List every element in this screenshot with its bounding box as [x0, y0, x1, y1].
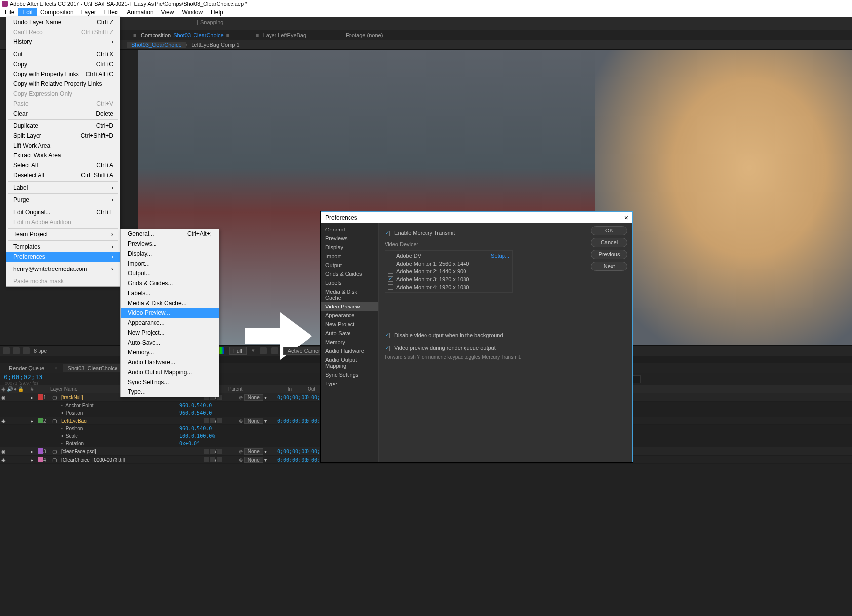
label-swatch[interactable] — [38, 418, 43, 424]
pref-submenu-item[interactable]: Memory... — [121, 347, 219, 357]
pref-submenu-item[interactable]: Import... — [121, 259, 219, 269]
prefs-nav-item[interactable]: Auto-Save — [321, 329, 378, 338]
edit-menu-item[interactable]: Copy with Property LinksCtrl+Alt+C — [6, 69, 120, 79]
device-row[interactable]: Adobe Monitor 1: 2560 x 1440 — [386, 260, 511, 268]
next-button[interactable]: Next — [591, 262, 627, 271]
edit-menu-item[interactable]: Select AllCtrl+A — [6, 160, 120, 170]
prefs-close-button[interactable]: × — [624, 214, 628, 222]
pref-submenu-item[interactable]: Audio Hardware... — [121, 357, 219, 367]
pref-submenu-item[interactable]: New Project... — [121, 328, 219, 338]
edit-menu-item[interactable]: Templates — [6, 242, 120, 252]
mask-icon[interactable] — [271, 347, 278, 354]
prefs-nav-item[interactable]: Labels — [321, 278, 378, 287]
label-swatch[interactable] — [38, 394, 43, 400]
device-row[interactable]: Adobe Monitor 4: 1920 x 1080 — [386, 283, 511, 291]
edit-menu-item[interactable]: Deselect AllCtrl+Shift+A — [6, 170, 120, 180]
timecode[interactable]: 0;00;02;13 — [4, 373, 42, 381]
previous-button[interactable]: Previous — [591, 250, 627, 259]
pref-submenu-item[interactable]: Output... — [121, 269, 219, 278]
tab-render-queue[interactable]: Render Queue — [4, 364, 49, 372]
prefs-nav-item[interactable]: Media & Disk Cache — [321, 287, 378, 302]
parent-select[interactable]: None — [244, 418, 263, 424]
edit-menu-item[interactable]: CutCtrl+X — [6, 49, 120, 59]
pref-submenu-item[interactable]: Previews... — [121, 239, 219, 249]
edit-menu-item[interactable]: Label — [6, 183, 120, 192]
comp-tab-menu-icon[interactable] — [226, 32, 231, 38]
layer-tab[interactable]: Layer LeftEyeBag — [251, 32, 311, 38]
layer-tab-menu-icon[interactable] — [256, 32, 261, 38]
parent-select[interactable]: None — [244, 448, 263, 455]
hdr-out[interactable]: Out — [295, 386, 318, 392]
visibility-toggle[interactable]: ◉ — [1, 395, 6, 400]
edit-menu-item[interactable]: ClearDelete — [6, 109, 120, 118]
pref-submenu-item[interactable]: Display... — [121, 249, 219, 259]
enable-mercury-checkbox[interactable] — [385, 231, 390, 236]
footage-tab[interactable]: Footage (none) — [341, 32, 387, 38]
crumb-2[interactable]: LeftEyeBag Comp 1 — [187, 42, 243, 48]
pref-submenu-item[interactable]: Auto-Save... — [121, 338, 219, 347]
device-checkbox[interactable] — [388, 261, 393, 266]
comp-tab[interactable]: Composition Shot03_ClearChoice — [128, 32, 236, 38]
menu-composition[interactable]: Composition — [37, 8, 77, 16]
comp-icon[interactable] — [23, 347, 30, 354]
prefs-nav-item[interactable]: Previews — [321, 234, 378, 243]
edit-menu-item[interactable]: Extract Work Area — [6, 151, 120, 160]
edit-menu-item[interactable]: Purge — [6, 195, 120, 205]
device-checkbox[interactable] — [388, 284, 393, 290]
prefs-nav-item[interactable]: Output — [321, 261, 378, 270]
edit-menu-item[interactable]: CopyCtrl+C — [6, 59, 120, 69]
menu-layer[interactable]: Layer — [77, 8, 100, 16]
pref-submenu-item[interactable]: Appearance... — [121, 318, 219, 328]
prefs-nav-item[interactable]: Sync Settings — [321, 370, 378, 379]
device-checkbox[interactable] — [388, 253, 393, 258]
crumb-1[interactable]: Shot03_ClearChoice — [127, 42, 186, 48]
label-swatch[interactable] — [38, 457, 43, 462]
hdr-parent[interactable]: Parent — [225, 386, 267, 392]
edit-menu-item[interactable]: Team Project — [6, 230, 120, 239]
panel-menu-icon[interactable] — [133, 32, 138, 38]
menu-effect[interactable]: Effect — [100, 8, 123, 16]
menu-help[interactable]: Help — [207, 8, 227, 16]
edit-menu-item[interactable]: History — [6, 37, 120, 47]
edit-menu-item[interactable]: Edit Original...Ctrl+E — [6, 207, 120, 217]
comp-tab-name[interactable]: Shot03_ClearChoice — [173, 32, 224, 38]
pref-submenu-item[interactable]: Grids & Guides... — [121, 278, 219, 288]
device-row[interactable]: Adobe Monitor 2: 1440 x 900 — [386, 268, 511, 275]
project-icon[interactable] — [3, 347, 10, 354]
pref-submenu-item[interactable]: General...Ctrl+Alt+; — [121, 229, 219, 239]
device-checkbox[interactable] — [388, 276, 393, 282]
visibility-toggle[interactable]: ◉ — [1, 418, 6, 424]
prefs-nav-item[interactable]: Audio Hardware — [321, 346, 378, 355]
pref-submenu-item[interactable]: Type... — [121, 387, 219, 397]
hdr-in[interactable]: In — [267, 386, 295, 392]
prefs-nav-item[interactable]: Appearance — [321, 311, 378, 320]
edit-menu-item[interactable]: Split LayerCtrl+Shift+D — [6, 131, 120, 141]
edit-menu-item[interactable]: Undo Layer NameCtrl+Z — [6, 17, 120, 27]
disable-bg-checkbox[interactable] — [385, 333, 390, 338]
prefs-nav-item[interactable]: New Project — [321, 320, 378, 329]
menu-view[interactable]: View — [157, 8, 178, 16]
snapping-checkbox[interactable] — [193, 20, 198, 25]
visibility-toggle[interactable]: ◉ — [1, 449, 6, 454]
pref-submenu-item[interactable]: Labels... — [121, 288, 219, 298]
device-row[interactable]: Adobe DVSetup... — [386, 252, 511, 260]
prefs-nav-item[interactable]: Memory — [321, 338, 378, 346]
prefs-nav-item[interactable]: Audio Output Mapping — [321, 355, 378, 370]
folder-icon[interactable] — [13, 347, 20, 354]
tab-comp[interactable]: Shot03_ClearChoice — [63, 364, 123, 372]
menu-file[interactable]: File — [1, 8, 18, 16]
prefs-nav-item[interactable]: Grids & Guides — [321, 270, 378, 278]
ok-button[interactable]: OK — [591, 226, 627, 235]
prefs-nav-item[interactable]: General — [321, 225, 378, 234]
menu-edit[interactable]: Edit — [18, 8, 37, 16]
edit-menu-item[interactable]: Lift Work Area — [6, 141, 120, 151]
grid-icon[interactable] — [260, 347, 267, 354]
edit-menu-item[interactable]: Copy with Relative Property Links — [6, 79, 120, 89]
edit-menu-item[interactable]: DuplicateCtrl+D — [6, 121, 120, 131]
edit-menu-item[interactable]: Preferences — [6, 252, 120, 262]
pref-submenu-item[interactable]: Video Preview... — [121, 308, 219, 318]
label-swatch[interactable] — [38, 448, 43, 454]
pref-submenu-item[interactable]: Audio Output Mapping... — [121, 367, 219, 377]
visibility-toggle[interactable]: ◉ — [1, 457, 6, 462]
bpc-label[interactable]: 8 bpc — [34, 348, 47, 354]
